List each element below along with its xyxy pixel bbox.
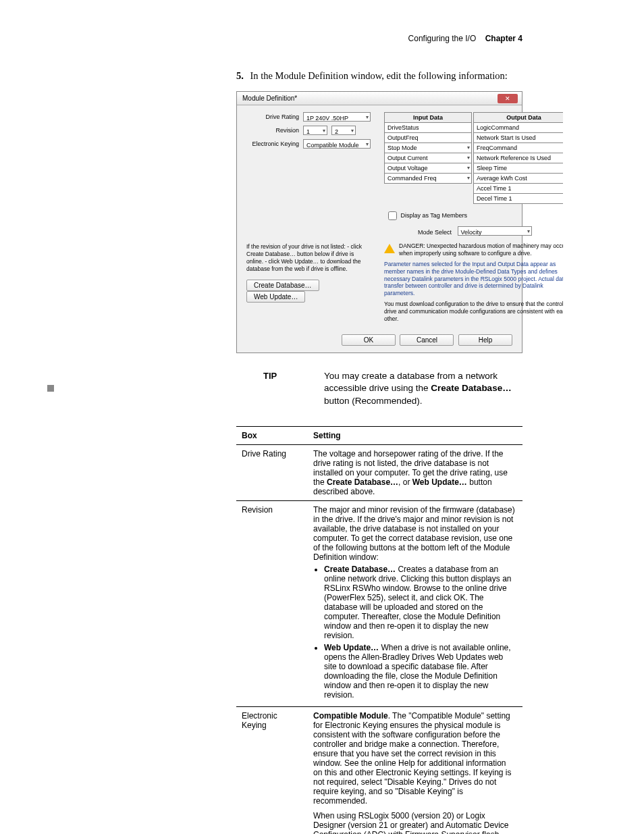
table-cell-setting: The voltage and horsepower rating of the… [308,444,522,500]
cancel-button[interactable]: Cancel [400,334,454,346]
module-definition-dialog: Module Definition* ✕ Drive Rating 1P 240… [236,91,522,353]
close-icon[interactable]: ✕ [498,94,518,103]
output-row: LogicCommand [473,123,563,133]
settings-table: Box Setting Drive RatingThe voltage and … [236,426,522,834]
revision-minor-select[interactable]: 2 [331,126,356,135]
display-as-tag-checkbox[interactable] [388,211,397,220]
ekey-label: Electronic Keying [246,140,299,147]
input-row: DriveStatus [384,123,472,133]
table-cell-box: Drive Rating [236,444,308,500]
output-data-header: Output Data [473,112,563,123]
output-row: Network Reference Is Used [473,153,563,163]
table-cell-box: Revision [236,500,308,706]
step-text: In the Module Definition window, edit th… [250,70,508,81]
output-row: Network Start Is Used [473,133,563,143]
create-database-button[interactable]: Create Database… [246,280,319,291]
input-data-header: Input Data [384,112,472,123]
mode-select-dropdown[interactable]: Velocity [458,226,532,236]
input-row-select[interactable]: Commanded Freq [384,174,472,184]
ok-button[interactable]: OK [342,334,396,346]
input-row-select[interactable]: Output Voltage [384,163,472,174]
breadcrumb-topic: Configuring the I/O [408,34,477,43]
table-header-setting: Setting [308,426,522,444]
dialog-title: Module Definition* [242,95,297,102]
danger-warning: DANGER: Unexpected hazardous motion of m… [384,242,563,257]
revision-help-note: If the revision of your drive is not lis… [246,243,371,273]
web-update-button[interactable]: Web Update… [246,291,305,303]
input-row-select[interactable]: Stop Mode [384,143,472,153]
output-row-select[interactable]: Sleep Time [473,163,563,174]
table-cell-setting: The major and minor revision of the firm… [308,500,522,706]
step-5: 5. In the Module Definition window, edit… [236,70,522,82]
input-row: OutputFreq [384,133,472,143]
download-note: You must download configuration to the d… [384,301,563,322]
input-row-select[interactable]: Output Current [384,153,472,163]
tip-label: TIP [236,370,324,407]
parameter-note: Parameter names selected for the Input a… [384,261,563,296]
display-as-tag-label: Display as Tag Members [401,212,467,219]
table-row: RevisionThe major and minor revision of … [236,500,522,706]
revision-label: Revision [246,127,299,134]
page-header: Configuring the I/O Chapter 4 [41,34,522,43]
help-button[interactable]: Help [458,334,512,346]
margin-marker [47,385,54,392]
drive-rating-label: Drive Rating [246,113,299,120]
table-header-box: Box [236,426,308,444]
output-row-select[interactable]: Average kWh Cost [473,174,563,184]
tip-text: You may create a database from a network… [324,370,522,407]
revision-major-select[interactable]: 1 [303,126,327,135]
tip-block: TIP You may create a database from a net… [236,370,522,407]
step-number: 5. [236,70,244,81]
dialog-titlebar: Module Definition* ✕ [237,92,522,105]
table-cell-setting: Compatible Module. The "Compatible Modul… [308,706,522,834]
drive-rating-select[interactable]: 1P 240V .50HP [303,112,371,122]
output-row: FreqCommand [473,143,563,153]
ekey-select[interactable]: Compatible Module [303,139,371,149]
output-row-select[interactable]: Decel Time 1 [473,194,563,204]
table-row: Electronic KeyingCompatible Module. The … [236,706,522,834]
io-data-table: Input Data DriveStatus OutputFreq Stop M… [384,112,563,204]
warning-icon [384,244,395,253]
mode-select-label: Mode Select [418,229,452,236]
table-row: Drive RatingThe voltage and horsepower r… [236,444,522,500]
table-cell-box: Electronic Keying [236,706,308,834]
output-row-select[interactable]: Accel Time 1 [473,184,563,194]
breadcrumb-chapter: Chapter 4 [485,34,522,43]
